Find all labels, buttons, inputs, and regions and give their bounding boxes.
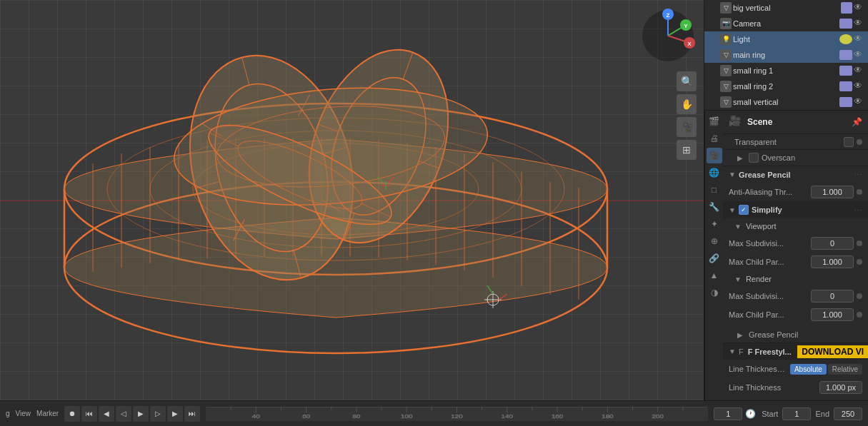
start-value[interactable]: 1: [782, 407, 811, 420]
simplify-label: Simplify: [752, 206, 782, 214]
obj-extra-main-ring: [839, 50, 852, 60]
obj-name-small-ring1: small ring 1: [733, 66, 838, 75]
grease-pencil-header: ▼ Grease Pencil ···: [723, 166, 868, 183]
record-btn[interactable]: ⏺: [64, 406, 80, 422]
obj-eye-small-vertical[interactable]: 👁: [854, 96, 865, 108]
prop-icon-output[interactable]: 🖨: [707, 131, 722, 146]
freestyle-arrow: ▼: [729, 348, 736, 355]
prop-icon-material[interactable]: ◑: [707, 285, 722, 300]
end-value[interactable]: 250: [834, 407, 862, 420]
prev-frame-btn[interactable]: ◀: [99, 406, 114, 422]
obj-eye-small-ring1[interactable]: 👁: [854, 65, 865, 76]
grease-pencil2-row: ▶ Grease Pencil: [723, 327, 868, 343]
max-subdiv-render-dot: [857, 293, 862, 299]
play-btn[interactable]: ▶: [133, 406, 149, 422]
prop-icon-physics[interactable]: ⊕: [707, 233, 722, 249]
obj-icon-camera: 📷: [720, 18, 732, 29]
transparent-dot: [857, 139, 862, 145]
timeline-info: Start 1 End 250: [762, 407, 862, 420]
tool-grid[interactable]: ⊞: [677, 140, 697, 160]
nav-gizmo[interactable]: Z Y X: [639, 7, 697, 64]
max-subdiv-viewport-value[interactable]: 0: [811, 237, 854, 250]
prop-icon-data[interactable]: ▲: [707, 268, 722, 283]
outliner-item-small-ring1[interactable]: ▽ small ring 1 👁: [704, 63, 868, 78]
prop-icon-world[interactable]: 🌐: [707, 165, 722, 181]
svg-text:Y: Y: [684, 23, 688, 29]
grease-arrow: ▼: [729, 171, 736, 178]
next-frame-btn[interactable]: ▶: [167, 406, 183, 422]
max-child-render-value[interactable]: 1.000: [811, 308, 854, 321]
line-thickness2-value[interactable]: 1.000 px: [819, 381, 862, 394]
outliner-item-main-ring[interactable]: ▽ main ring 👁: [704, 47, 868, 63]
obj-eye-big-vertical[interactable]: 👁: [854, 2, 865, 14]
prop-icon-constraints[interactable]: 🔗: [707, 250, 722, 266]
overscan-checkbox[interactable]: [749, 153, 759, 163]
outliner-item[interactable]: ▽ big vertical 👁: [704, 0, 868, 16]
viewport-subheader: ▼ Viewport: [723, 218, 868, 234]
prop-icon-object[interactable]: □: [707, 182, 722, 198]
max-subdiv-viewport-row: Max Subdivisi... 0: [723, 234, 868, 253]
start-label: Start: [762, 410, 778, 418]
pin-icon[interactable]: 📌: [852, 117, 862, 127]
max-subdiv-render-row: Max Subdivisi... 0: [723, 287, 868, 305]
svg-text:120: 120: [451, 413, 463, 419]
outliner-item-small-vertical[interactable]: ▽ small vertical 👁: [704, 94, 868, 110]
prop-icon-render[interactable]: 🎬: [707, 113, 722, 129]
timeline-ruler[interactable]: 40 60 80 100 120 140 160 180 200: [206, 407, 708, 421]
anti-aliasing-value[interactable]: 1.000: [811, 186, 854, 198]
anti-aliasing-dot: [857, 189, 862, 195]
skip-start-btn[interactable]: ⏮: [81, 406, 97, 422]
view-label[interactable]: View: [16, 410, 31, 417]
viewport-arrow: ▼: [734, 223, 742, 230]
simplify-checkbox[interactable]: ✓: [739, 205, 749, 215]
relative-btn[interactable]: Relative: [828, 364, 862, 375]
prop-icon-modifier[interactable]: 🔧: [707, 199, 722, 215]
next-keyframe-btn[interactable]: ▷: [150, 406, 166, 422]
outliner-item[interactable]: 📷 Camera 👁: [704, 16, 868, 31]
overscan-arrow: ▶: [737, 154, 743, 162]
tool-search[interactable]: 🔍: [677, 71, 697, 91]
transparent-row: Transparent: [723, 134, 868, 150]
skip-end-btn[interactable]: ⏭: [184, 406, 200, 422]
obj-eye-camera[interactable]: 👁: [854, 18, 865, 29]
grease-pencil-title: Grease Pencil: [739, 171, 791, 179]
obj-extra-small-ring2: [839, 81, 852, 91]
obj-icon-small-vertical: ▽: [720, 96, 732, 108]
prev-keyframe-btn[interactable]: ◁: [116, 406, 131, 422]
transparent-label: Transparent: [734, 138, 841, 146]
max-subdiv-viewport-dot: [857, 240, 862, 246]
obj-eye-small-ring2[interactable]: 👁: [854, 81, 865, 92]
obj-extra-camera: [839, 19, 852, 29]
prop-header: 🎥 Scene 📌: [723, 111, 868, 134]
freestyle-header: ▼ F F Freestyl... DOWNLOAD VI: [723, 343, 868, 360]
obj-eye-light[interactable]: 👁: [854, 34, 865, 45]
prop-main: 🎥 Scene 📌 Transparent ▶ Overscan: [723, 111, 868, 400]
frame-current[interactable]: 1: [714, 407, 742, 420]
obj-name-light: Light: [733, 35, 838, 44]
outliner-item-small-ring2[interactable]: ▽ small ring 2 👁: [704, 78, 868, 94]
download-banner: DOWNLOAD VI: [797, 345, 868, 358]
obj-name-camera: Camera: [733, 19, 838, 28]
transparent-checkbox[interactable]: [844, 137, 854, 147]
prop-icon-scene[interactable]: 🎥: [707, 148, 722, 163]
obj-eye-main-ring[interactable]: 👁: [854, 49, 865, 61]
tool-orbit[interactable]: 🎥: [677, 117, 697, 137]
outliner-item-light[interactable]: 💡 Light 👁: [704, 31, 868, 47]
max-child-render-row: Max Child Par... 1.000: [723, 305, 868, 324]
obj-icon-small-ring2: ▽: [720, 81, 732, 92]
svg-text:140: 140: [502, 413, 514, 419]
svg-text:Z: Z: [667, 12, 670, 19]
viewport-3d[interactable]: Z Y X 🔍 ✋ 🎥 ⊞: [0, 0, 704, 400]
obj-icon-small-ring1: ▽: [720, 65, 732, 76]
right-panel: ▽ big vertical 👁 📷 Camera 👁 💡 Light 👁: [704, 0, 868, 400]
tool-hand[interactable]: ✋: [677, 94, 697, 114]
max-child-viewport-value[interactable]: 1.000: [811, 255, 854, 268]
render-subheader: ▼ Render: [723, 271, 868, 287]
absolute-btn[interactable]: Absolute: [790, 364, 827, 375]
obj-name-main-ring: main ring: [733, 51, 838, 59]
prop-icon-particles[interactable]: ✦: [707, 216, 722, 232]
marker-label[interactable]: Marker: [36, 410, 59, 417]
max-subdiv-render-value[interactable]: 0: [811, 290, 854, 303]
grease-pencil2-label: Grease Pencil: [749, 330, 798, 339]
simplify-dots: ···: [854, 206, 862, 214]
